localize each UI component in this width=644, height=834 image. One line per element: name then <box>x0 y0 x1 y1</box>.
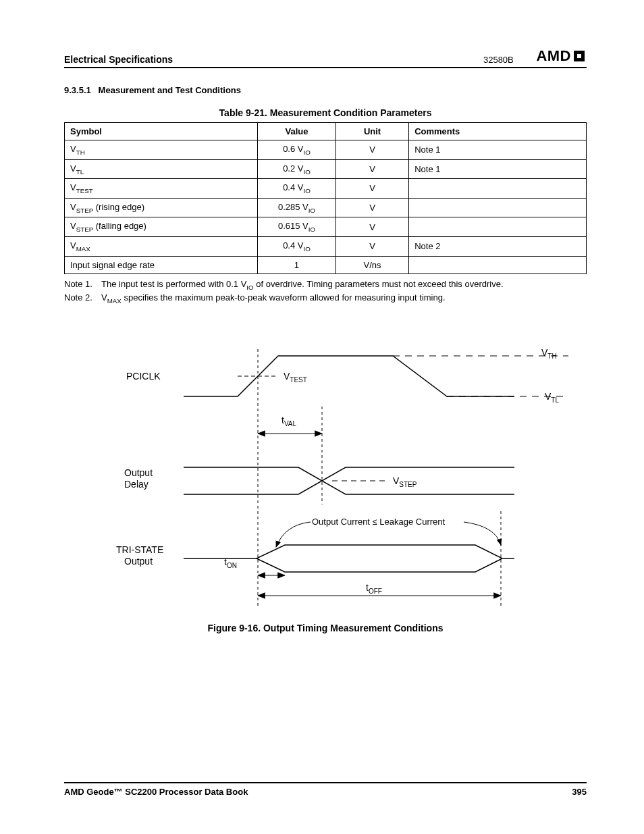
cell-symbol: VTEST <box>65 179 258 199</box>
note-2: Note 2. VMAX specifies the maximum peak-… <box>64 292 587 305</box>
header-section-title: Electrical Specifications <box>64 54 173 65</box>
table-row: Input signal edge rate1V/ns <box>65 256 587 273</box>
figure-caption: Figure 9-16. Output Timing Measurement C… <box>64 623 587 633</box>
page-header: Electrical Specifications 32580B AMD <box>64 47 587 68</box>
svg-text:Output: Output <box>124 556 153 567</box>
note-1: Note 1. The input test is performed with… <box>64 278 587 292</box>
cell-value: 0.4 VIO <box>258 236 336 256</box>
cell-symbol: VSTEP (rising edge) <box>65 198 258 217</box>
cell-comments: Note 1 <box>409 140 587 160</box>
label-toff: tOFF <box>366 582 382 595</box>
page-footer: AMD Geode™ SC2200 Processor Data Book 39… <box>64 782 587 797</box>
cell-unit: V <box>336 179 408 199</box>
label-output-delay: Output <box>124 467 153 478</box>
cell-comments: Note 2 <box>409 236 587 256</box>
cell-value: 0.615 VIO <box>258 217 336 237</box>
cell-symbol: VTH <box>65 140 258 160</box>
cell-symbol: VSTEP (falling edge) <box>65 217 258 237</box>
cell-comments <box>409 179 587 199</box>
cell-unit: V <box>336 217 408 237</box>
cell-symbol: VTL <box>65 159 258 179</box>
cell-value: 0.6 VIO <box>258 140 336 160</box>
cell-value: 0.2 VIO <box>258 159 336 179</box>
label-leakage: Output Current ≤ Leakage Current <box>312 517 446 527</box>
label-vth: VTH <box>541 347 557 360</box>
cell-unit: V <box>336 198 408 217</box>
cell-comments <box>409 217 587 237</box>
header-doc-code: 32580B <box>483 55 514 65</box>
th-value: Value <box>258 123 336 140</box>
table-row: VTEST0.4 VIOV <box>65 179 587 199</box>
cell-unit: V/ns <box>336 256 408 273</box>
footer-left: AMD Geode™ SC2200 Processor Data Book <box>64 787 248 797</box>
cell-comments: Note 1 <box>409 159 587 179</box>
cell-comments <box>409 198 587 217</box>
svg-text:Delay: Delay <box>124 479 149 490</box>
parameters-table: Symbol Value Unit Comments VTH0.6 VIOVNo… <box>64 122 587 274</box>
label-vtl: VTL <box>545 391 559 404</box>
cell-unit: V <box>336 236 408 256</box>
table-row: VTH0.6 VIOVNote 1 <box>65 140 587 160</box>
section-heading: 9.3.5.1 Measurement and Test Conditions <box>64 85 587 95</box>
footer-page-number: 395 <box>572 787 587 797</box>
label-pciclk: PCICLK <box>126 371 161 382</box>
amd-arrow-icon <box>572 49 587 63</box>
label-vstep: VSTEP <box>393 475 417 488</box>
amd-logo: AMD <box>536 47 587 65</box>
table-row: VMAX0.4 VIOVNote 2 <box>65 236 587 256</box>
cell-unit: V <box>336 159 408 179</box>
label-vtest: VTEST <box>284 371 307 384</box>
th-unit: Unit <box>336 123 408 140</box>
cell-symbol: Input signal edge rate <box>65 256 258 273</box>
table-title: Table 9-21. Measurement Condition Parame… <box>64 107 587 118</box>
table-row: VSTEP (falling edge)0.615 VIOV <box>65 217 587 237</box>
cell-value: 0.285 VIO <box>258 198 336 217</box>
cell-symbol: VMAX <box>65 236 258 256</box>
table-row: VTL0.2 VIOVNote 1 <box>65 159 587 179</box>
timing-figure: PCICLK VTH VTL VTEST tVAL Output Delay V… <box>64 342 587 633</box>
cell-unit: V <box>336 140 408 160</box>
table-notes: Note 1. The input test is performed with… <box>64 278 587 305</box>
table-row: VSTEP (rising edge)0.285 VIOV <box>65 198 587 217</box>
label-tval: tVAL <box>281 415 296 427</box>
cell-comments <box>409 256 587 273</box>
th-symbol: Symbol <box>65 123 258 140</box>
cell-value: 1 <box>258 256 336 273</box>
th-comments: Comments <box>409 123 587 140</box>
cell-value: 0.4 VIO <box>258 179 336 199</box>
label-tristate: TRI-STATE <box>116 544 163 555</box>
